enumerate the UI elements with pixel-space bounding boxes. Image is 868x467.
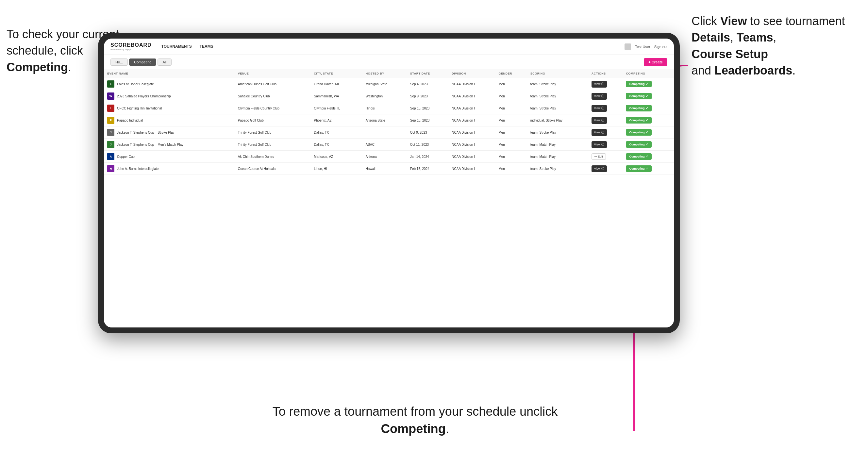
cell-event-name: P Papago Individual: [104, 114, 235, 126]
cell-city-state: Sammamish, WA: [311, 90, 363, 102]
logo-title: SCOREBOARD: [111, 42, 152, 48]
cell-actions: View ⓘ: [588, 102, 623, 114]
cell-city-state: Dallas, TX: [311, 126, 363, 138]
header-right: Test User Sign out: [624, 43, 667, 50]
view-button[interactable]: View ⓘ: [591, 105, 607, 112]
event-name-text: Copper Cup: [117, 155, 135, 158]
logo-subtitle: Powered by clippi: [111, 48, 152, 51]
table-row: F Folds of Honor Collegiate American Dun…: [104, 78, 674, 90]
cell-city-state: Dallas, TX: [311, 138, 363, 151]
competing-button[interactable]: Competing ✓: [626, 153, 652, 160]
tab-home[interactable]: Ho...: [111, 59, 128, 66]
cell-scoring: individual, Stroke Play: [527, 114, 588, 126]
team-logo: P: [107, 117, 114, 124]
competing-button[interactable]: Competing ✓: [626, 81, 652, 87]
view-button[interactable]: View ⓘ: [591, 129, 607, 136]
user-label: Test User: [635, 45, 650, 49]
competing-button[interactable]: Competing ✓: [626, 117, 652, 124]
cell-start-date: Feb 15, 2024: [407, 163, 449, 175]
cell-scoring: team, Stroke Play: [527, 78, 588, 90]
view-button[interactable]: View ⓘ: [591, 165, 607, 172]
cell-competing: Competing ✓: [623, 151, 674, 163]
cell-division: NCAA Division I: [448, 102, 495, 114]
cell-hosted-by: [363, 126, 407, 138]
col-gender: GENDER: [495, 69, 527, 78]
cell-division: NCAA Division I: [448, 78, 495, 90]
scoreboard-logo: SCOREBOARD Powered by clippi: [111, 42, 152, 51]
tablet-screen: SCOREBOARD Powered by clippi TOURNAMENTS…: [104, 38, 674, 328]
team-logo: I: [107, 104, 114, 112]
team-logo: H: [107, 165, 114, 172]
view-button[interactable]: View ⓘ: [591, 93, 607, 100]
cell-division: NCAA Division I: [448, 138, 495, 151]
cell-start-date: Jan 14, 2024: [407, 151, 449, 163]
view-button[interactable]: View ⓘ: [591, 81, 607, 88]
team-logo: F: [107, 81, 114, 88]
tab-all[interactable]: All: [157, 59, 171, 66]
col-city-state: CITY, STATE: [311, 69, 363, 78]
cell-city-state: Lihue, HI: [311, 163, 363, 175]
user-icon: [624, 43, 631, 50]
tablet-frame: SCOREBOARD Powered by clippi TOURNAMENTS…: [98, 33, 680, 333]
cell-event-name: H John A. Burns Intercollegiate: [104, 163, 235, 175]
cell-event-name: J Jackson T. Stephens Cup – Stroke Play: [104, 126, 235, 138]
cell-hosted-by: Arizona State: [363, 114, 407, 126]
col-event-name: EVENT NAME: [104, 69, 235, 78]
cell-actions: View ⓘ: [588, 114, 623, 126]
cell-actions: View ⓘ: [588, 78, 623, 90]
col-division: DIVISION: [448, 69, 495, 78]
cell-gender: Men: [495, 126, 527, 138]
cell-competing: Competing ✓: [623, 102, 674, 114]
cell-start-date: Oct 9, 2023: [407, 126, 449, 138]
edit-button[interactable]: ✏ Edit: [591, 153, 606, 160]
event-name-text: OFCC Fighting Illini Invitational: [117, 106, 162, 110]
cell-actions: View ⓘ: [588, 163, 623, 175]
competing-button[interactable]: Competing ✓: [626, 105, 652, 112]
sign-out-link[interactable]: Sign out: [654, 45, 667, 49]
competing-button[interactable]: Competing ✓: [626, 141, 652, 148]
cell-event-name: W 2023 Sahalee Players Championship: [104, 90, 235, 102]
competing-button[interactable]: Competing ✓: [626, 93, 652, 99]
annotation-top-right: Click View to see tournament Details, Te…: [691, 13, 862, 79]
cell-hosted-by: ABAC: [363, 138, 407, 151]
competing-button[interactable]: Competing ✓: [626, 165, 652, 172]
tournaments-table: EVENT NAME VENUE CITY, STATE HOSTED BY S…: [104, 69, 674, 175]
sub-nav: Ho... Competing All + Create: [104, 55, 674, 69]
cell-competing: Competing ✓: [623, 114, 674, 126]
cell-hosted-by: Washington: [363, 90, 407, 102]
cell-competing: Competing ✓: [623, 78, 674, 90]
create-button[interactable]: + Create: [644, 58, 667, 66]
cell-competing: Competing ✓: [623, 126, 674, 138]
nav-teams[interactable]: TEAMS: [200, 43, 213, 51]
cell-competing: Competing ✓: [623, 138, 674, 151]
cell-gender: Men: [495, 163, 527, 175]
cell-venue: Trinity Forest Golf Club: [235, 126, 311, 138]
cell-city-state: Phoenix, AZ: [311, 114, 363, 126]
tab-competing[interactable]: Competing: [129, 59, 156, 66]
cell-scoring: team, Match Play: [527, 138, 588, 151]
cell-actions: View ⓘ: [588, 126, 623, 138]
event-name-text: Folds of Honor Collegiate: [117, 82, 154, 86]
cell-gender: Men: [495, 138, 527, 151]
cell-venue: Papago Golf Club: [235, 114, 311, 126]
col-competing: COMPETING: [623, 69, 674, 78]
table-header-row: EVENT NAME VENUE CITY, STATE HOSTED BY S…: [104, 69, 674, 78]
event-name-text: 2023 Sahalee Players Championship: [117, 94, 171, 98]
view-button[interactable]: View ⓘ: [591, 117, 607, 124]
cell-venue: American Dunes Golf Club: [235, 78, 311, 90]
cell-scoring: team, Stroke Play: [527, 126, 588, 138]
view-button[interactable]: View ⓘ: [591, 141, 607, 148]
nav-tournaments[interactable]: TOURNAMENTS: [161, 43, 192, 51]
cell-hosted-by: Hawaii: [363, 163, 407, 175]
cell-start-date: Oct 11, 2023: [407, 138, 449, 151]
cell-city-state: Grand Haven, MI: [311, 78, 363, 90]
cell-venue: Olympia Fields Country Club: [235, 102, 311, 114]
cell-competing: Competing ✓: [623, 163, 674, 175]
cell-start-date: Sep 4, 2023: [407, 78, 449, 90]
cell-city-state: Olympia Fields, IL: [311, 102, 363, 114]
cell-gender: Men: [495, 151, 527, 163]
competing-button[interactable]: Competing ✓: [626, 129, 652, 136]
cell-hosted-by: Michigan State: [363, 78, 407, 90]
app-header: SCOREBOARD Powered by clippi TOURNAMENTS…: [104, 38, 674, 55]
team-logo: W: [107, 92, 114, 100]
